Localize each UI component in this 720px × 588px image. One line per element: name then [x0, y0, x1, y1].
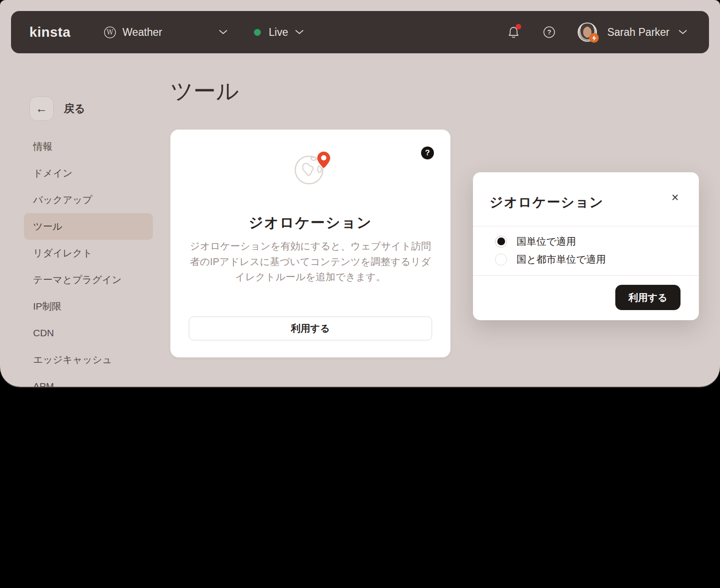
sidebar-item-label: 情報: [33, 140, 52, 153]
back-button[interactable]: ←: [29, 96, 54, 121]
sidebar-item[interactable]: CDN: [24, 320, 153, 346]
card-description: ジオロケーションを有効にすると、ウェブサイト訪問者のIPアドレスに基づいてコンテ…: [186, 239, 436, 285]
notification-badge: [516, 24, 521, 29]
sidebar-item-label: バックアップ: [33, 193, 92, 206]
geolocation-modal: ジオロケーション × 国単位で適用 国と都市単位で適用 利用する: [473, 172, 699, 320]
chevron-down-icon[interactable]: [295, 30, 304, 34]
sidebar-item-label: エッジキャッシュ: [33, 353, 112, 366]
question-icon: ?: [425, 148, 430, 158]
radio-option[interactable]: 国単位で適用: [495, 232, 699, 250]
modal-title: ジオロケーション: [489, 193, 604, 212]
navbar-left-group: kinsta W Weather Live: [29, 24, 304, 40]
sidebar-item[interactable]: APM: [24, 373, 153, 387]
radio-option-label: 国と都市単位で適用: [517, 253, 606, 266]
sidebar-item[interactable]: エッジキャッシュ: [24, 346, 153, 373]
close-icon[interactable]: ×: [671, 192, 679, 204]
help-button[interactable]: ?: [543, 26, 556, 39]
radio-button-icon[interactable]: [495, 254, 507, 266]
sidebar-item-label: ツール: [33, 220, 62, 233]
sidebar-item[interactable]: 情報: [24, 133, 153, 160]
live-status-dot: [254, 29, 261, 36]
card-title: ジオロケーション: [170, 213, 450, 232]
site-selector-label[interactable]: Weather: [123, 26, 163, 39]
modal-header: ジオロケーション ×: [473, 172, 699, 226]
back-label[interactable]: 戻る: [64, 102, 85, 116]
notifications-button[interactable]: [507, 26, 520, 39]
sidebar-item[interactable]: ツール: [24, 213, 153, 240]
back-arrow-icon: ←: [36, 102, 48, 116]
radio-option[interactable]: 国と都市単位で適用: [495, 250, 699, 268]
sidebar-item-label: IP制限: [33, 300, 62, 313]
page-title: ツール: [170, 76, 239, 107]
sidebar-item-label: CDN: [33, 328, 54, 339]
globe-pin-icon: [293, 151, 332, 186]
svg-text:?: ?: [547, 28, 551, 36]
kinsta-logo[interactable]: kinsta: [29, 24, 71, 40]
sidebar-item-label: APM: [33, 381, 54, 387]
sidebar-item[interactable]: テーマとプラグイン: [24, 266, 153, 293]
top-navbar: kinsta W Weather Live: [11, 11, 709, 53]
navbar-right-group: ? Sarah Parker: [507, 23, 687, 42]
card-help-button[interactable]: ?: [421, 147, 434, 159]
lightning-badge-icon: [589, 33, 599, 43]
back-row: ← 戻る: [29, 96, 85, 121]
modal-apply-button[interactable]: 利用する: [615, 285, 681, 310]
sidebar-item[interactable]: リダイレクト: [24, 240, 153, 266]
radio-button-icon[interactable]: [495, 236, 507, 248]
sidebar-item-label: テーマとプラグイン: [33, 273, 122, 286]
chevron-down-icon[interactable]: [679, 30, 687, 34]
question-circle-icon: ?: [543, 26, 556, 39]
sidebar-item[interactable]: ドメイン: [24, 160, 153, 187]
wordpress-icon: W: [104, 26, 116, 39]
sidebar-menu: 情報 ドメイン バックアップ ツール リダイレクト テーマとプラグイン IP: [24, 133, 153, 387]
sidebar-item-label: リダイレクト: [33, 247, 92, 260]
radio-option-label: 国単位で適用: [517, 235, 576, 248]
user-avatar[interactable]: [578, 23, 597, 42]
geolocation-card: ? ジオロケーション ジオロケーションを有効にすると、ウェブサイト訪問者のIPア…: [170, 130, 450, 357]
svg-text:W: W: [107, 28, 113, 36]
sidebar-item[interactable]: バックアップ: [24, 187, 153, 213]
sidebar-item[interactable]: IP制限: [24, 293, 153, 320]
environment-selector-label[interactable]: Live: [269, 26, 288, 39]
enable-geolocation-button[interactable]: 利用する: [189, 317, 432, 340]
chevron-down-icon[interactable]: [219, 30, 227, 34]
sidebar-item-label: ドメイン: [33, 167, 73, 180]
modal-options: 国単位で適用 国と都市単位で適用: [473, 226, 699, 276]
user-name[interactable]: Sarah Parker: [607, 26, 669, 39]
app-window: kinsta W Weather Live: [0, 0, 720, 387]
